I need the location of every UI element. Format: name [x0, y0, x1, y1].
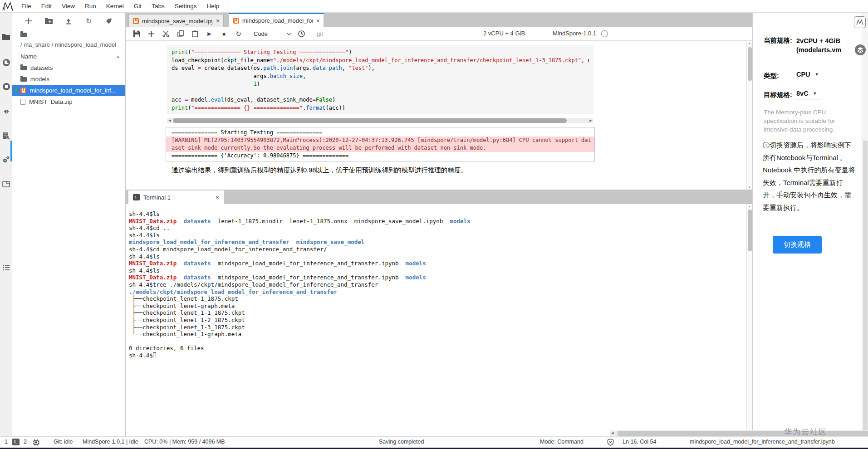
- hscroll-thumb[interactable]: [618, 431, 868, 436]
- file-item[interactable]: models: [12, 73, 125, 85]
- terminal-line: sh-4.4$ls: [129, 267, 471, 274]
- target-spec-select[interactable]: 8vC ▼: [796, 90, 822, 99]
- scroll-left-arrow-icon[interactable]: ◀: [167, 119, 172, 122]
- menu-view[interactable]: View: [57, 0, 80, 13]
- vscroll-thumb[interactable]: [863, 141, 868, 432]
- modelarts-examples-button[interactable]: [854, 16, 866, 28]
- menu-settings[interactable]: Settings: [170, 0, 202, 13]
- hscroll-thumb[interactable]: [173, 118, 567, 123]
- cursor-position[interactable]: Ln 16, Col 54: [623, 439, 656, 445]
- code-line: acc = model.eval(ds_eval, dataset_sink_m…: [172, 96, 589, 104]
- git-clone-button[interactable]: [104, 16, 113, 25]
- current-spec-label: 当前规格:: [764, 36, 796, 54]
- menu-git[interactable]: Git: [129, 0, 147, 13]
- sort-caret-icon[interactable]: ▲: [116, 54, 120, 59]
- history-clock-icon[interactable]: [298, 30, 305, 38]
- kernel-status[interactable]: MindSpore-1.0.1 | Idle: [83, 439, 138, 445]
- running-sessions-icon[interactable]: [2, 82, 10, 91]
- doc-tab-0[interactable]: mindspore_save_model.ipynb×: [128, 14, 224, 27]
- table-of-contents-icon[interactable]: [2, 263, 10, 272]
- cut-cells-button[interactable]: [162, 30, 170, 38]
- scroll-right-arrow-icon[interactable]: ▶: [588, 119, 593, 122]
- panel-horizontal-scrollbar[interactable]: ◀: [610, 430, 868, 436]
- notebook-tools-icon[interactable]: [2, 132, 10, 140]
- open-tabs-icon[interactable]: [2, 180, 10, 188]
- doc-tab-1[interactable]: mindspore_load_model_for_i×: [229, 13, 324, 27]
- file-item[interactable]: mindspore_load_model_for_inf...: [12, 85, 125, 96]
- menu-kernel[interactable]: Kernel: [101, 0, 129, 13]
- code-editor[interactable]: print("============== Starting Testing =…: [172, 49, 589, 112]
- code-cell[interactable]: print("============== Starting Testing =…: [167, 45, 593, 114]
- type-label: 类型:: [764, 72, 796, 80]
- resource-spec-label: 2 vCPU + 4 GiB: [483, 30, 525, 37]
- terminal-line: ├──checkpoint_lenet_1-3_1875.ckpt: [129, 324, 471, 331]
- close-icon[interactable]: ×: [316, 18, 320, 24]
- scroll-left-arrow-icon[interactable]: ◀: [611, 431, 613, 435]
- layers-button[interactable]: [855, 44, 866, 55]
- panel-vertical-scrollbar[interactable]: [862, 13, 868, 436]
- menu-edit[interactable]: Edit: [36, 0, 57, 13]
- menu-file[interactable]: File: [16, 0, 36, 13]
- folder-icon: [20, 66, 27, 70]
- breadcrumb-folder-icon[interactable]: [20, 33, 27, 37]
- terminal-vertical-scrollbar[interactable]: ▲ ▼: [746, 204, 752, 436]
- copy-cells-button[interactable]: [177, 30, 184, 38]
- code-horizontal-scrollbar[interactable]: ◀ ▶: [167, 118, 593, 123]
- restart-kernel-button[interactable]: ↻: [235, 30, 242, 38]
- scroll-up-arrow-icon[interactable]: ▲: [747, 205, 752, 208]
- scroll-up-arrow-icon[interactable]: ▲: [747, 42, 752, 44]
- switch-spec-button[interactable]: 切换规格: [773, 236, 822, 254]
- active-file-name: mindspore_load_model_for_inference_and_t…: [690, 439, 835, 445]
- terminal-line: ├──checkpoint_lenet_1-1_1875.ckpt: [129, 309, 471, 317]
- file-item[interactable]: MNIST_Data.zip: [12, 96, 125, 107]
- git-status[interactable]: Git: idle: [54, 439, 73, 445]
- cell-type-select[interactable]: Code: [254, 30, 291, 37]
- git-toolbar-label[interactable]: git: [317, 30, 323, 37]
- git-icon[interactable]: [2, 107, 10, 116]
- terminal-icon[interactable]: $_: [12, 439, 20, 445]
- breadcrumb-path[interactable]: / ma_share / mindspore_load_model: [20, 39, 125, 51]
- editor-mode[interactable]: Mode: Command: [540, 439, 584, 445]
- code-line: [172, 88, 589, 97]
- notebook-vertical-scrollbar[interactable]: ▲ ▼: [746, 41, 752, 190]
- type-select[interactable]: CPU ▼: [796, 71, 822, 80]
- menu-tabs[interactable]: Tabs: [147, 0, 170, 13]
- file-icon: [20, 99, 25, 105]
- menu-run[interactable]: Run: [80, 0, 101, 13]
- kernel-status-circle[interactable]: [601, 30, 608, 37]
- terminal-output[interactable]: sh-4.4$lsMNIST_Data.zip datasets lenet-1…: [129, 210, 471, 359]
- file-item[interactable]: datasets: [12, 62, 125, 73]
- sample-notebooks-icon[interactable]: [2, 58, 10, 67]
- menu-help[interactable]: Help: [201, 0, 224, 13]
- scroll-down-arrow-icon[interactable]: ▼: [747, 186, 752, 189]
- upload-button[interactable]: [64, 16, 73, 25]
- file-item-label: datasets: [30, 64, 53, 71]
- interrupt-kernel-button[interactable]: ■: [220, 30, 228, 38]
- new-folder-button[interactable]: [44, 16, 53, 25]
- terminals-count[interactable]: 1: [5, 439, 8, 445]
- close-icon[interactable]: ×: [216, 194, 219, 200]
- kernel-name-label[interactable]: MindSpore-1.0.1: [553, 30, 596, 37]
- file-browser-toolbar: ↻: [12, 13, 125, 29]
- file-browser-icon[interactable]: [2, 33, 10, 41]
- run-cell-button[interactable]: ▶: [206, 30, 213, 38]
- close-icon[interactable]: ×: [216, 18, 220, 24]
- file-browser-panel: ↻ / ma_share / mindspore_load_model Name…: [12, 13, 126, 436]
- save-button[interactable]: [133, 30, 141, 38]
- vscroll-thumb[interactable]: [748, 210, 752, 251]
- kernels-count[interactable]: 2: [24, 439, 27, 445]
- terminal-panel[interactable]: sh-4.4$lsMNIST_Data.zip datasets lenet-1…: [126, 204, 752, 436]
- terminal-tab-label: Terminal 1: [143, 194, 171, 201]
- vscroll-thumb[interactable]: [748, 47, 752, 81]
- paste-cells-button[interactable]: [191, 30, 199, 38]
- refresh-file-list-button[interactable]: ↻: [84, 16, 93, 25]
- settings-gears-icon[interactable]: [2, 155, 10, 164]
- file-list-header[interactable]: Name ▲: [12, 51, 125, 62]
- terminal-line: ├──checkpoint_lenet-1_1875.ckpt: [129, 295, 471, 303]
- trust-shield-icon[interactable]: [607, 439, 614, 446]
- add-cell-button[interactable]: [147, 30, 155, 38]
- new-launcher-button[interactable]: [24, 16, 33, 25]
- terminal-tab[interactable]: $_ Terminal 1 ×: [128, 190, 224, 204]
- kernel-chip-icon[interactable]: [33, 439, 39, 446]
- name-column-header[interactable]: Name: [20, 53, 37, 60]
